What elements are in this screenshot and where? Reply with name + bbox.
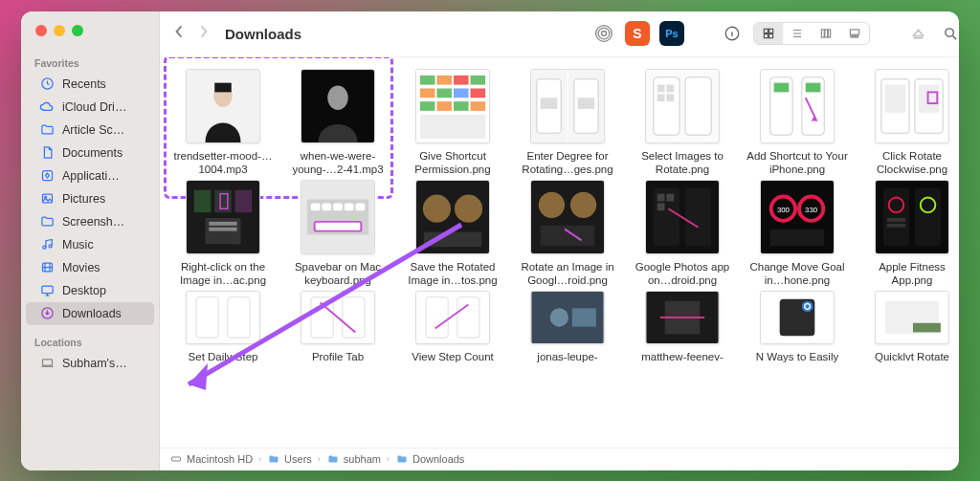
sidebar-item-label: Subham's… (62, 357, 127, 370)
fullscreen-button[interactable] (72, 25, 83, 36)
path-crumb[interactable]: subham (326, 452, 381, 466)
svg-rect-7 (41, 286, 52, 294)
file-item[interactable]: matthew-feenev- (629, 291, 736, 379)
file-thumbnail (301, 291, 375, 344)
file-item[interactable]: when-we-were-young-…2-41.mp3 (284, 69, 391, 178)
info-icon[interactable] (721, 22, 744, 45)
chevron-right-icon: › (258, 454, 261, 464)
main-panel: Downloads S Ps trendsett (160, 11, 959, 470)
sidebar-item-recents[interactable]: Recents (26, 73, 154, 96)
svg-point-122 (550, 308, 568, 326)
file-item[interactable]: Enter Degree for Rotating…ges.png (514, 69, 621, 178)
svg-rect-120 (457, 296, 479, 337)
path-crumb[interactable]: Macintosh HD (169, 452, 253, 466)
sidebar-item-icloud[interactable]: iCloud Dri… (26, 96, 154, 119)
file-thumbnail (301, 69, 375, 143)
file-name: Rotate an Image in Googl…roid.png (514, 260, 621, 289)
gallery-view-button[interactable] (840, 23, 869, 44)
file-item[interactable]: Profile Tab (284, 291, 391, 379)
file-item[interactable]: Rotate an Image in Googl…roid.png (514, 180, 621, 289)
file-name: Google Photos app on…droid.png (629, 260, 736, 289)
picture-icon (39, 191, 55, 207)
file-item[interactable]: Select Images to Rotate.png (629, 69, 736, 178)
eject-icon[interactable] (906, 22, 929, 45)
file-item[interactable]: 300330 Change Move Goal in…hone.png (744, 180, 851, 289)
svg-text:300: 300 (777, 206, 791, 214)
file-item[interactable]: View Step Count (399, 291, 506, 379)
icon-view-button[interactable] (754, 23, 783, 44)
file-item[interactable]: Add Shortcut to Your iPhone.png (744, 69, 851, 178)
file-item[interactable]: Right-click on the Image in…ac.png (169, 180, 277, 289)
file-item[interactable]: Google Photos app on…droid.png (629, 180, 736, 289)
svg-rect-82 (345, 203, 354, 210)
svg-rect-70 (194, 189, 212, 211)
file-item[interactable]: Spavebar on Mac keyboard.png (284, 180, 391, 289)
app-photoshop-icon[interactable]: Ps (659, 21, 684, 46)
file-item[interactable]: N Ways to Easily (744, 291, 851, 379)
sidebar-item-screenshots[interactable]: Screensh… (26, 210, 154, 233)
svg-rect-119 (426, 296, 448, 337)
minimize-button[interactable] (54, 25, 65, 36)
forward-button[interactable] (198, 24, 210, 44)
sidebar-item-documents[interactable]: Documents (26, 142, 154, 164)
file-item[interactable]: jonas-leupe- (514, 291, 621, 379)
laptop-icon (39, 356, 55, 371)
locations-section-label: Locations (21, 333, 159, 352)
folder-icon (39, 122, 55, 138)
file-item[interactable]: trendsetter-mood-…1004.mp3 (169, 69, 277, 178)
file-name: Profile Tab (312, 350, 364, 379)
svg-rect-54 (657, 84, 665, 92)
sidebar-item-label: Desktop (62, 284, 106, 297)
svg-rect-97 (666, 193, 674, 201)
svg-rect-53 (685, 77, 711, 134)
file-name: Select Images to Rotate.png (629, 149, 736, 178)
sidebar-item-label: iCloud Dri… (62, 100, 126, 114)
svg-rect-55 (666, 84, 674, 92)
file-item[interactable]: Quicklvt Rotate (858, 291, 959, 379)
file-item[interactable]: Give Shortcut Permission.png (399, 69, 506, 178)
back-button[interactable] (173, 24, 185, 44)
sidebar-item-pictures[interactable]: Pictures (26, 187, 154, 210)
svg-rect-23 (854, 35, 856, 37)
svg-rect-32 (420, 75, 435, 84)
column-view-button[interactable] (812, 23, 840, 44)
file-item[interactable]: Set Daily Step (169, 291, 277, 379)
file-item[interactable]: Save the Rotated Image in…tos.png (399, 180, 506, 289)
file-thumbnail (645, 291, 720, 344)
file-thumbnail (530, 69, 605, 143)
svg-rect-88 (424, 231, 481, 247)
file-grid-area: trendsetter-mood-…1004.mp3 when-we-were-… (160, 57, 959, 448)
svg-rect-98 (657, 203, 665, 210)
sidebar-item-movies[interactable]: Movies (26, 256, 154, 279)
svg-text:330: 330 (805, 206, 818, 214)
file-thumbnail (875, 180, 949, 254)
sidebar-item-subhams[interactable]: Subham's… (26, 352, 154, 375)
list-view-button[interactable] (783, 23, 812, 44)
svg-rect-62 (806, 82, 821, 92)
sidebar-item-applications[interactable]: Applicati… (26, 164, 154, 187)
svg-point-87 (455, 194, 482, 222)
desktop-icon (39, 283, 55, 298)
path-crumb[interactable]: Users (267, 452, 312, 466)
search-icon[interactable] (939, 22, 959, 45)
file-item[interactable]: Apple Fitness App.png (858, 180, 959, 289)
sidebar-item-article[interactable]: Article Sc… (26, 119, 154, 142)
path-crumb[interactable]: Downloads (395, 452, 464, 466)
file-item[interactable]: Click Rotate Clockwise.png (858, 69, 959, 178)
svg-rect-96 (657, 193, 665, 201)
sidebar-item-music[interactable]: Music (26, 233, 154, 256)
download-icon (39, 306, 55, 321)
cloud-icon (39, 99, 55, 115)
svg-rect-66 (885, 84, 905, 112)
sidebar-item-desktop[interactable]: Desktop (26, 279, 154, 302)
app-snagit-icon[interactable]: S (625, 21, 650, 46)
svg-rect-50 (578, 98, 595, 109)
sidebar-item-label: Screensh… (62, 215, 124, 229)
close-button[interactable] (35, 25, 47, 36)
svg-point-25 (945, 28, 953, 35)
svg-rect-34 (454, 75, 469, 84)
sidebar-item-downloads[interactable]: Downloads (26, 302, 154, 325)
svg-rect-14 (764, 29, 768, 33)
folder-icon (395, 452, 409, 466)
airdrop-icon[interactable] (592, 22, 615, 45)
